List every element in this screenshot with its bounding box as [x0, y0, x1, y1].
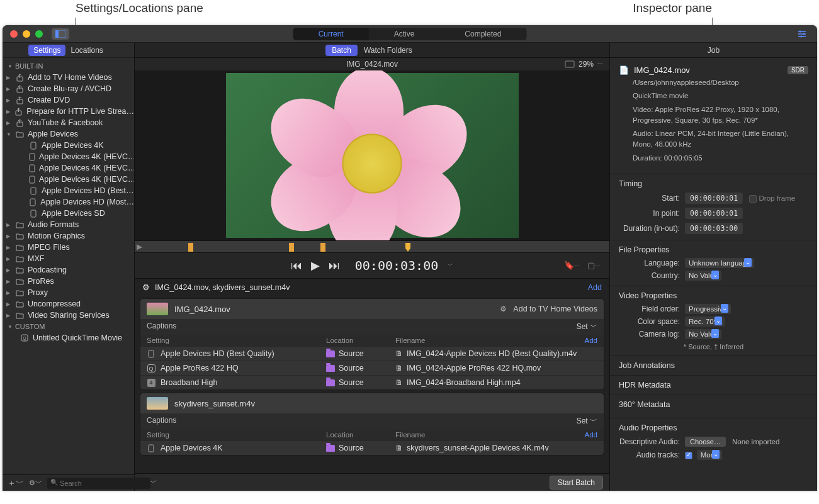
marker-menu-button[interactable]: 🔖﹀: [564, 260, 580, 271]
preview-viewport[interactable]: [135, 70, 609, 240]
center-pane: Batch Watch Folders IMG_0424.mov 29%﹀: [135, 43, 609, 491]
inpoint-field[interactable]: 00:00:00:01: [685, 208, 743, 219]
tab-active[interactable]: Active: [369, 28, 440, 40]
tree-item-apple-devices-sd[interactable]: Apple Devices SD: [29, 208, 134, 219]
tree-item-video-sharing-services[interactable]: Video Sharing Services: [3, 310, 134, 321]
output-filename: IMG_0424-Apple ProRes 422 HQ.mov: [407, 364, 541, 372]
camera-log-select[interactable]: No Value: [685, 329, 721, 339]
add-setting-button[interactable]: Add: [585, 431, 597, 439]
sdr-badge: SDR: [788, 66, 808, 74]
color-space-select[interactable]: Rec. 709*: [685, 316, 725, 327]
tree-item-mpeg-files[interactable]: MPEG Files: [3, 242, 134, 253]
section-hdr-metadata[interactable]: HDR Metadata: [610, 375, 817, 395]
job-card[interactable]: skydivers_sunset.m4vCaptionsSet ﹀Setting…: [140, 393, 604, 456]
compare-menu-button[interactable]: ▢﹀: [587, 260, 601, 271]
close-window[interactable]: [10, 30, 18, 38]
captions-set-button[interactable]: Set ﹀: [577, 416, 597, 427]
tree-item-youtube-facebook[interactable]: YouTube & Facebook: [3, 117, 134, 128]
batch-add-button[interactable]: Add: [588, 283, 602, 292]
tree-item-prores[interactable]: ProRes: [3, 276, 134, 287]
zoom-window[interactable]: [35, 30, 43, 38]
timeline[interactable]: ▶: [135, 240, 609, 253]
zoom-control[interactable]: 29%﹀: [565, 60, 603, 69]
choose-descriptive-audio-button[interactable]: Choose…: [685, 437, 726, 447]
tree-item-apple-devices-4k-hevc-[interactable]: Apple Devices 4K (HEVC…: [29, 151, 134, 162]
next-frame-button[interactable]: ⏭: [329, 259, 340, 272]
audio-track-checkbox[interactable]: [685, 452, 692, 459]
center-tabs[interactable]: Batch Watch Folders: [135, 43, 609, 58]
setting-row[interactable]: Apple Devices HD (Best Quality)Source🗎IM…: [140, 346, 604, 361]
tree-item-create-dvd[interactable]: Create DVD: [3, 94, 134, 106]
setting-row[interactable]: 4Broadband HighSource🗎IMG_0424-Broadband…: [140, 375, 604, 389]
job-card[interactable]: IMG_0424.mov⚙︎ Add to TV Home VideosCapt…: [140, 298, 604, 390]
prev-frame-button[interactable]: ⏮: [291, 259, 302, 272]
toggle-inspector-button[interactable]: [794, 28, 810, 40]
job-title-row[interactable]: skydivers_sunset.m4v: [140, 393, 604, 413]
minimize-window[interactable]: [23, 30, 30, 38]
job-title-row[interactable]: IMG_0424.mov⚙︎ Add to TV Home Videos: [140, 299, 604, 319]
tree-item-podcasting[interactable]: Podcasting: [3, 264, 134, 276]
output-filename: IMG_0424-Apple Devices HD (Best Quality)…: [407, 349, 577, 358]
tree-item-untitled-quicktime-movie[interactable]: QUntitled QuickTime Movie: [3, 332, 134, 344]
fit-icon[interactable]: [565, 60, 575, 68]
audio-track-select[interactable]: Mono: [697, 450, 723, 460]
tree-item-apple-devices[interactable]: Apple Devices: [3, 128, 134, 140]
section-job-annotations[interactable]: Job Annotations: [610, 356, 817, 375]
section-360-metadata[interactable]: 360° Metadata: [610, 395, 817, 414]
inspector-title: Job: [610, 43, 817, 58]
tree-item-add-to-tv-home-videos[interactable]: Add to TV Home Videos: [3, 72, 134, 83]
tree-item-apple-devices-hd-most-[interactable]: Apple Devices HD (Most…: [29, 196, 134, 208]
tree-item-apple-devices-4k[interactable]: Apple Devices 4K: [29, 140, 134, 151]
action-menu-button[interactable]: ⚙︎﹀: [29, 478, 42, 488]
captions-set-button[interactable]: Set ﹀: [577, 322, 597, 332]
output-filename: IMG_0424-Broadband High.mp4: [407, 378, 521, 387]
tree-item-motion-graphics[interactable]: Motion Graphics: [3, 230, 134, 242]
start-field[interactable]: 00:00:00:01: [685, 193, 743, 204]
drop-frame-checkbox[interactable]: [749, 195, 757, 203]
toggle-sidebar-button[interactable]: [52, 28, 69, 40]
setting-row[interactable]: Apple Devices 4KSource🗎skydivers_sunset-…: [140, 440, 604, 455]
group-custom[interactable]: CUSTOM: [3, 321, 134, 332]
timeline-start-icon[interactable]: ▶: [137, 242, 142, 251]
center-footer: ＋﹀ Start Batch: [135, 473, 609, 491]
timecode-display[interactable]: 00:00:03:00: [355, 258, 438, 273]
add-preset-button[interactable]: ＋﹀: [8, 478, 24, 489]
tree-item-mxf[interactable]: MXF: [3, 253, 134, 264]
tree-item-proxy[interactable]: Proxy: [3, 287, 134, 298]
country-select[interactable]: No Value: [685, 271, 721, 281]
window-controls[interactable]: [10, 30, 43, 38]
add-setting-button[interactable]: Add: [585, 337, 597, 344]
tree-item-audio-formats[interactable]: Audio Formats: [3, 219, 134, 230]
group-builtin[interactable]: BUILT-IN: [3, 60, 134, 72]
tab-completed[interactable]: Completed: [439, 28, 526, 40]
chevron-down-icon[interactable]: ﹀: [597, 60, 603, 69]
tree-item-apple-devices-4k-hevc-[interactable]: Apple Devices 4K (HEVC…: [29, 174, 134, 185]
start-batch-button[interactable]: Start Batch: [550, 476, 603, 490]
document-icon: 🗎: [395, 349, 403, 358]
duration-field[interactable]: 00:00:03:00: [685, 223, 743, 234]
sidebar-tabs[interactable]: Settings Locations: [3, 43, 134, 58]
timecode-chevron-icon[interactable]: ﹀: [447, 261, 453, 270]
svg-rect-21: [149, 445, 154, 452]
playhead[interactable]: [405, 243, 410, 252]
job-action[interactable]: Add to TV Home Videos: [513, 305, 597, 313]
setting-row[interactable]: QApple ProRes 422 HQSource🗎IMG_0424-Appl…: [140, 361, 604, 375]
tree-item-apple-devices-hd-best-[interactable]: Apple Devices HD (Best…: [29, 185, 134, 196]
tree-item-apple-devices-4k-hevc-[interactable]: Apple Devices 4K (HEVC…: [29, 162, 134, 174]
tab-batch[interactable]: Batch: [325, 45, 358, 56]
search-input[interactable]: [47, 478, 150, 489]
tree-item-create-blu-ray-avchd[interactable]: Create Blu-ray / AVCHD: [3, 83, 134, 94]
language-select[interactable]: Unknown language: [685, 258, 754, 268]
tree-item-uncompressed[interactable]: Uncompressed: [3, 298, 134, 310]
tab-current[interactable]: Current: [293, 28, 369, 40]
tab-locations[interactable]: Locations: [65, 45, 108, 56]
play-button[interactable]: ▶: [311, 259, 320, 272]
view-segmented-control[interactable]: Current Active Completed: [293, 28, 527, 40]
drop-frame-label: Drop frame: [759, 194, 796, 202]
field-order-select[interactable]: Progressive: [685, 304, 731, 314]
settings-tree[interactable]: BUILT-IN Add to TV Home VideosCreate Blu…: [3, 58, 134, 474]
gear-icon[interactable]: ⚙︎: [500, 305, 507, 313]
tab-settings[interactable]: Settings: [28, 45, 65, 56]
tab-watch-folders[interactable]: Watch Folders: [358, 45, 419, 56]
tree-item-prepare-for-http-live-strea-[interactable]: Prepare for HTTP Live Strea…: [3, 106, 134, 117]
